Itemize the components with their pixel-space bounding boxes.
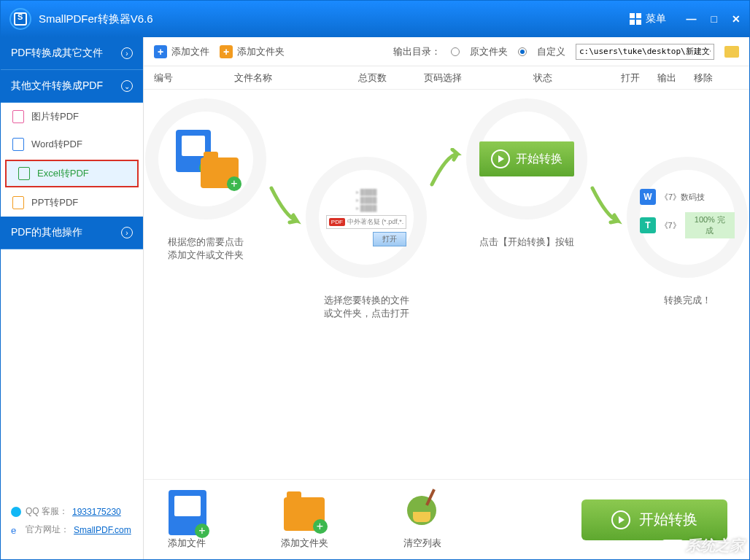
sidebar-header-pdf-to-other[interactable]: PDF转换成其它文件 › (1, 37, 143, 70)
site-label: 官方网址： (26, 524, 69, 536)
result-file-2: 《7》 (660, 220, 681, 231)
th-index: 编号 (154, 71, 234, 85)
word-file-icon (12, 138, 24, 151)
sidebar-item-excel-to-pdf[interactable]: Excel转PDF (5, 160, 139, 187)
th-filename: 文件名称 (234, 71, 358, 85)
th-remove: 移除 (694, 71, 730, 85)
word-icon: W (640, 189, 656, 205)
step-4: W《7》数码技 T《7》100% 完成 转换完成！ (640, 170, 735, 307)
sidebar: PDF转换成其它文件 › 其他文件转换成PDF ⌄ 图片转PDF Word转PD… (1, 37, 144, 559)
bottom-add-file[interactable]: 添加文件 (166, 490, 208, 550)
broom-icon (407, 496, 436, 525)
bottom-bar: 添加文件 添加文件夹 清空列表 开始转换 (144, 479, 749, 559)
sidebar-item-word-to-pdf[interactable]: Word转PDF (1, 131, 143, 158)
preview-open-label: 打开 (373, 232, 406, 246)
folder-icon (201, 158, 239, 188)
th-open: 打开 (621, 71, 657, 85)
qq-label: QQ 客服： (26, 505, 68, 518)
start-convert-label: 开始转换 (639, 510, 697, 529)
main-panel: + 添加文件 + 添加文件夹 输出目录： 原文件夹 自定义 编号 文件名称 (144, 37, 749, 559)
close-button[interactable]: ✕ (732, 13, 741, 25)
add-file-button[interactable]: + 添加文件 (154, 45, 209, 58)
site-link[interactable]: SmallPDF.com (74, 525, 131, 535)
menu-label: 菜单 (646, 12, 666, 26)
app-title: SmallPDFer转换器V6.6 (39, 12, 630, 26)
chevron-down-icon: ⌄ (121, 80, 133, 92)
text-icon: T (640, 217, 656, 233)
grid-icon (630, 13, 641, 25)
play-icon (491, 149, 510, 168)
bottom-clear-label: 清空列表 (403, 537, 441, 550)
step-3: 开始转换 点击【开始转换】按钮 (479, 112, 574, 249)
maximize-button[interactable]: □ (711, 13, 717, 25)
th-status: 状态 (533, 71, 621, 85)
sidebar-item-image-to-pdf[interactable]: 图片转PDF (1, 103, 143, 131)
step-1: 根据您的需要点击 添加文件或文件夹 (158, 112, 253, 262)
preview-filename: 中外著名疑 (*.pdf,*. (347, 218, 404, 225)
folder-add-icon (284, 497, 325, 531)
sidebar-header-label: 其他文件转换成PDF (11, 79, 103, 93)
step-2-text: 选择您要转换的文件 或文件夹，点击打开 (324, 294, 409, 320)
start-convert-button[interactable]: 开始转换 (581, 499, 727, 540)
minimize-button[interactable]: — (687, 13, 697, 25)
qq-link[interactable]: 1933175230 (72, 507, 121, 517)
document-add-icon (169, 490, 206, 535)
table-header: 编号 文件名称 总页数 页码选择 状态 打开 输出 移除 (144, 66, 749, 90)
add-file-label: 添加文件 (171, 45, 209, 58)
app-logo (9, 8, 31, 30)
th-pagecount: 总页数 (358, 71, 424, 85)
toolbar: + 添加文件 + 添加文件夹 输出目录： 原文件夹 自定义 (144, 37, 749, 66)
play-icon (611, 510, 630, 529)
sidebar-item-label: 图片转PDF (31, 110, 79, 123)
chevron-right-icon: › (121, 47, 133, 59)
sidebar-footer: QQ 客服： 1933175230 e 官方网址： SmallPDF.com (1, 497, 143, 559)
radio-custom-label: 自定义 (537, 45, 565, 58)
start-preview-label: 开始转换 (516, 152, 562, 167)
bottom-add-file-label: 添加文件 (168, 537, 206, 550)
excel-file-icon (18, 167, 30, 180)
add-folder-label: 添加文件夹 (237, 45, 285, 58)
content-area: 根据您的需要点击 添加文件或文件夹 ▸ ████▸ ████▸ ████ PDF… (144, 90, 749, 479)
bottom-add-folder[interactable]: 添加文件夹 (281, 490, 328, 550)
radio-source-label: 原文件夹 (470, 45, 508, 58)
sidebar-header-pdf-ops[interactable]: PDF的其他操作 › (1, 217, 143, 249)
sidebar-item-label: Word转PDF (31, 138, 82, 151)
ppt-file-icon (12, 196, 24, 209)
th-output: 输出 (657, 71, 694, 85)
sidebar-item-label: Excel转PDF (37, 167, 89, 180)
bottom-add-folder-label: 添加文件夹 (281, 537, 328, 550)
arrow-icon (589, 184, 625, 228)
step-3-text: 点击【开始转换】按钮 (479, 236, 574, 249)
output-label: 输出目录： (393, 45, 441, 58)
chevron-right-icon: › (121, 227, 133, 238)
browse-folder-button[interactable] (724, 46, 739, 58)
step-2: ▸ ████▸ ████▸ ████ PDF 中外著名疑 (*.pdf,*. 打… (319, 170, 414, 320)
globe-icon: e (11, 525, 21, 535)
sidebar-header-label: PDF的其他操作 (11, 226, 82, 239)
arrow-icon (428, 148, 465, 192)
titlebar: SmallPDFer转换器V6.6 菜单 — □ ✕ (1, 1, 749, 37)
output-path-input[interactable] (576, 44, 714, 60)
add-folder-button[interactable]: + 添加文件夹 (220, 45, 285, 58)
result-file-1: 《7》数码技 (660, 192, 705, 203)
radio-source-folder[interactable] (451, 47, 460, 56)
plus-icon: + (154, 45, 167, 58)
arrow-icon (268, 184, 304, 228)
step-1-text: 根据您的需要点击 添加文件或文件夹 (168, 236, 244, 262)
start-preview: 开始转换 (479, 141, 574, 176)
sidebar-item-label: PPT转PDF (31, 196, 78, 209)
sidebar-item-ppt-to-pdf[interactable]: PPT转PDF (1, 189, 143, 217)
sidebar-header-other-to-pdf[interactable]: 其他文件转换成PDF ⌄ (1, 70, 143, 103)
done-badge: 100% 完成 (685, 212, 735, 238)
sidebar-header-label: PDF转换成其它文件 (11, 47, 103, 60)
radio-custom-folder[interactable] (518, 47, 527, 56)
plus-icon: + (220, 45, 233, 58)
image-file-icon (12, 110, 24, 123)
bottom-clear[interactable]: 清空列表 (401, 490, 444, 550)
step-4-text: 转换完成！ (664, 294, 711, 307)
menu-button[interactable]: 菜单 (630, 12, 666, 26)
th-pageselect: 页码选择 (424, 71, 533, 85)
qq-icon (11, 507, 21, 517)
